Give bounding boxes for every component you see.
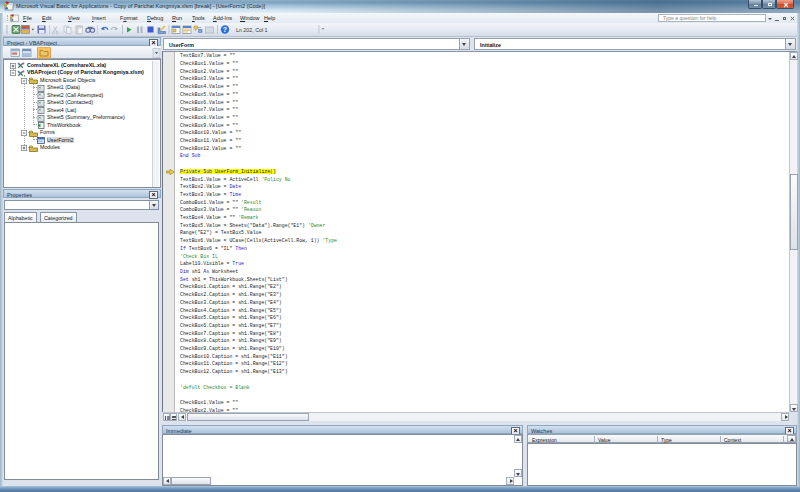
svg-text:?: ?: [223, 26, 227, 33]
